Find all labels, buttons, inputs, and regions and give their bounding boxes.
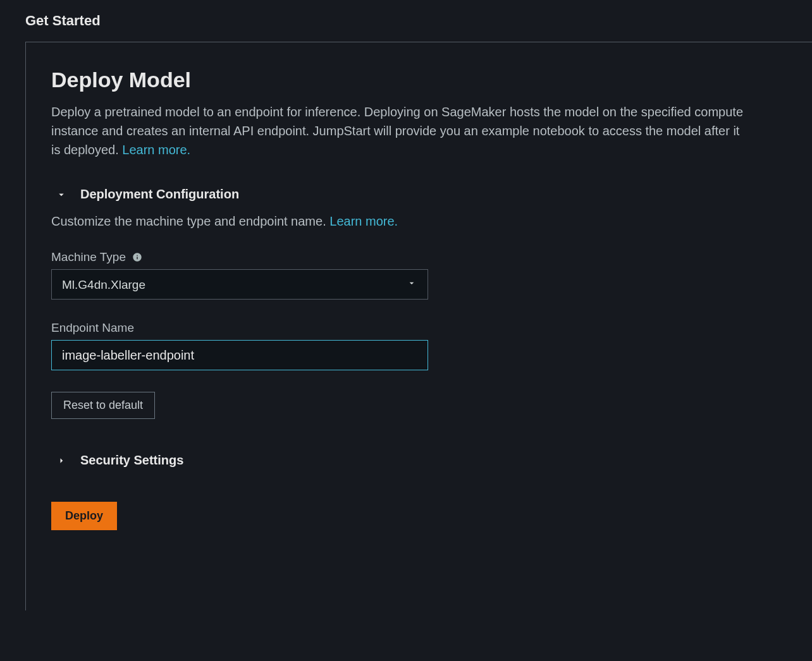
chevron-down-icon	[55, 188, 68, 201]
endpoint-name-label: Endpoint Name	[51, 321, 134, 335]
get-started-header: Get Started	[25, 13, 812, 29]
deployment-config-title: Deployment Configuration	[80, 187, 239, 202]
security-settings-title: Security Settings	[80, 453, 183, 468]
reset-to-default-button[interactable]: Reset to default	[51, 392, 155, 419]
deployment-config-toggle[interactable]: Deployment Configuration	[51, 187, 787, 202]
security-settings-toggle[interactable]: Security Settings	[51, 453, 787, 468]
deploy-button[interactable]: Deploy	[51, 502, 117, 530]
deployment-config-subtitle: Customize the machine type and endpoint …	[51, 214, 787, 229]
deploy-model-panel: Deploy Model Deploy a pretrained model t…	[25, 42, 812, 610]
config-learn-more-link[interactable]: Learn more.	[329, 214, 398, 228]
learn-more-link[interactable]: Learn more.	[122, 143, 190, 157]
page-title: Deploy Model	[51, 68, 787, 92]
machine-type-field: Machine Type Ml.G4dn.Xlarge	[51, 250, 787, 300]
page-description: Deploy a pretrained model to an endpoint…	[51, 102, 747, 159]
machine-type-label: Machine Type	[51, 250, 126, 264]
chevron-right-icon	[55, 454, 68, 467]
info-icon[interactable]	[132, 252, 142, 262]
endpoint-name-field: Endpoint Name	[51, 321, 787, 370]
machine-type-select[interactable]: Ml.G4dn.Xlarge	[51, 269, 428, 300]
endpoint-name-input[interactable]	[51, 340, 428, 370]
subtitle-text: Customize the machine type and endpoint …	[51, 214, 329, 228]
